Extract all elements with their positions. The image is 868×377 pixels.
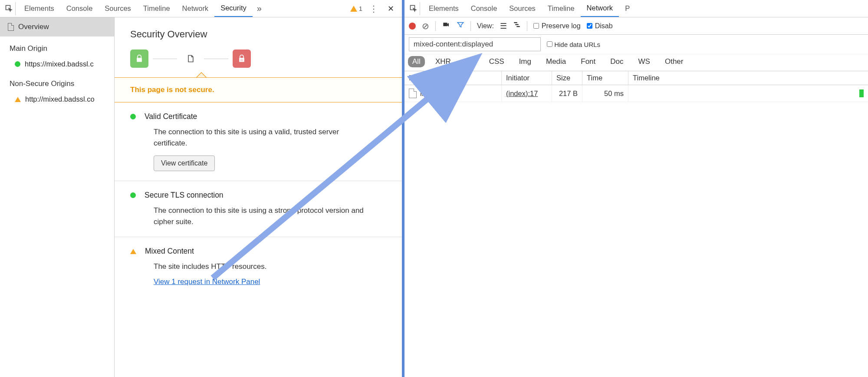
security-overview-heading: Security Overview (115, 17, 402, 50)
devtools-tabstrip-right: Elements Console Sources Timeline Networ… (404, 0, 868, 17)
filter-chip-ws[interactable]: WS (634, 56, 654, 67)
devtools-network-pane: Elements Console Sources Timeline Networ… (404, 0, 868, 377)
tab-elements-r[interactable]: Elements (423, 0, 465, 17)
tab-cut-r[interactable]: P (619, 0, 630, 17)
page-neutral-icon (181, 50, 200, 68)
filter-chip-other[interactable]: Other (661, 56, 688, 67)
filter-input[interactable] (409, 37, 541, 51)
tls-desc: The connection to this site is using a s… (130, 200, 373, 227)
close-devtools-icon[interactable]: ✕ (385, 4, 397, 13)
preserve-log-label: Preserve log (542, 22, 581, 30)
file-icon (409, 89, 417, 98)
cell-initiator[interactable]: (index):17 (502, 85, 552, 102)
clear-icon[interactable]: ⊘ (422, 21, 429, 31)
filter-chip-doc[interactable]: Doc (606, 56, 628, 67)
cell-name[interactable]: image.jpg (404, 85, 502, 102)
tab-console-r[interactable]: Console (465, 0, 503, 17)
timeline-bar-icon (859, 89, 864, 97)
sidebar-main-origin[interactable]: https://mixed.badssl.c (0, 56, 114, 72)
hide-data-urls-checkbox[interactable]: Hide data URLs (547, 41, 600, 48)
filter-funnel-icon[interactable] (457, 21, 464, 31)
tab-timeline[interactable]: Timeline (137, 0, 176, 17)
filter-chip-all[interactable]: All (408, 56, 425, 67)
network-toolbar: ⊘ View: ☰ Preserve log Disab (404, 17, 868, 35)
sidebar-nonsecure-origin-url: http://mixed.badssl.co (25, 95, 95, 103)
tab-sources[interactable]: Sources (99, 0, 137, 17)
screenshot-icon[interactable] (442, 21, 450, 30)
record-icon[interactable] (409, 23, 416, 30)
lock-secure-icon (130, 50, 148, 68)
col-timeline[interactable]: Timeline (628, 71, 868, 85)
disable-cache-checkbox[interactable]: Disab (587, 22, 613, 30)
filter-chip-xhr[interactable]: XHR (431, 56, 455, 67)
col-time[interactable]: Time (582, 71, 628, 85)
cell-timeline (628, 85, 868, 102)
tab-elements[interactable]: Elements (18, 0, 60, 17)
tls-title: Secure TLS connection (145, 191, 224, 200)
toolbar-divider (527, 21, 527, 31)
hide-data-urls-input[interactable] (547, 41, 552, 47)
filter-chip-js[interactable]: JS (461, 56, 479, 67)
certificate-title: Valid Certificate (145, 112, 197, 121)
security-item-certificate: Valid Certificate The connection to this… (115, 103, 402, 181)
cell-time: 50 ms (582, 85, 628, 102)
svg-rect-3 (443, 23, 447, 26)
filter-chip-css[interactable]: CSS (485, 56, 509, 67)
col-name[interactable]: Name (404, 71, 502, 85)
view-request-link[interactable]: View 1 request in Network Panel (154, 278, 260, 286)
lock-insecure-icon (233, 50, 251, 68)
indicator-connector (204, 59, 228, 59)
sidebar-main-origin-url: https://mixed.badssl.c (25, 60, 94, 68)
tab-security[interactable]: Security (214, 0, 253, 17)
network-filter-row: Hide data URLs (404, 35, 868, 54)
inspect-element-icon[interactable] (407, 2, 420, 15)
sidebar-overview[interactable]: Overview (0, 17, 114, 36)
document-icon (8, 23, 14, 31)
security-item-tls: Secure TLS connection The connection to … (115, 181, 402, 237)
col-size[interactable]: Size (552, 71, 582, 85)
hide-data-urls-label: Hide data URLs (554, 41, 600, 48)
kebab-menu-icon[interactable]: ⋮ (367, 3, 381, 14)
tab-network-r[interactable]: Network (581, 0, 619, 17)
network-table: Name Initiator Size Time Timeline image.… (404, 71, 868, 102)
warning-triangle-icon (350, 6, 357, 12)
status-dot-green-icon (15, 61, 20, 67)
filter-chip-font[interactable]: Font (576, 56, 600, 67)
security-item-mixed: Mixed Content The site includes HTTP res… (115, 237, 402, 296)
view-list-icon[interactable]: ☰ (500, 21, 507, 31)
toolbar-divider (470, 21, 471, 31)
sidebar-nonsecure-origin[interactable]: http://mixed.badssl.co (0, 92, 114, 107)
tab-sources-r[interactable]: Sources (503, 0, 542, 17)
disable-cache-input[interactable] (587, 23, 592, 29)
security-overview-content: Security Overview This page is not (115, 17, 402, 377)
preserve-log-checkbox[interactable]: Preserve log (533, 22, 581, 30)
cell-size: 217 B (552, 85, 582, 102)
tab-timeline-r[interactable]: Timeline (542, 0, 581, 17)
warning-count: 1 (359, 5, 362, 12)
view-waterfall-icon[interactable] (513, 21, 521, 31)
warnings-badge[interactable]: 1 (350, 5, 362, 12)
inspect-element-icon[interactable] (3, 2, 16, 15)
filter-chip-media[interactable]: Media (542, 56, 570, 67)
certificate-desc: The connection to this site is using a v… (130, 121, 373, 149)
tab-console[interactable]: Console (60, 0, 99, 17)
svg-rect-4 (514, 22, 517, 23)
tabs-overflow-icon[interactable]: » (253, 3, 266, 13)
svg-rect-6 (516, 26, 520, 27)
status-dot-green-icon (130, 114, 136, 119)
preserve-log-input[interactable] (533, 23, 539, 29)
security-indicator-bar (115, 50, 402, 77)
col-initiator[interactable]: Initiator (502, 71, 552, 85)
filter-chip-img[interactable]: Img (515, 56, 536, 67)
devtools-tabstrip-left: Elements Console Sources Timeline Networ… (0, 0, 402, 17)
row-initiator-text: (index):17 (506, 89, 538, 98)
status-warning-icon (15, 97, 21, 102)
mixed-title: Mixed Content (145, 247, 194, 256)
view-certificate-button[interactable]: View certificate (154, 155, 215, 171)
sidebar-main-origin-heading: Main Origin (0, 36, 114, 56)
status-dot-green-icon (130, 192, 136, 198)
tab-network-left[interactable]: Network (176, 0, 215, 17)
devtools-security-pane: Elements Console Sources Timeline Networ… (0, 0, 404, 377)
toolbar-divider (435, 21, 436, 31)
row-name-text: image.jpg (420, 89, 451, 98)
